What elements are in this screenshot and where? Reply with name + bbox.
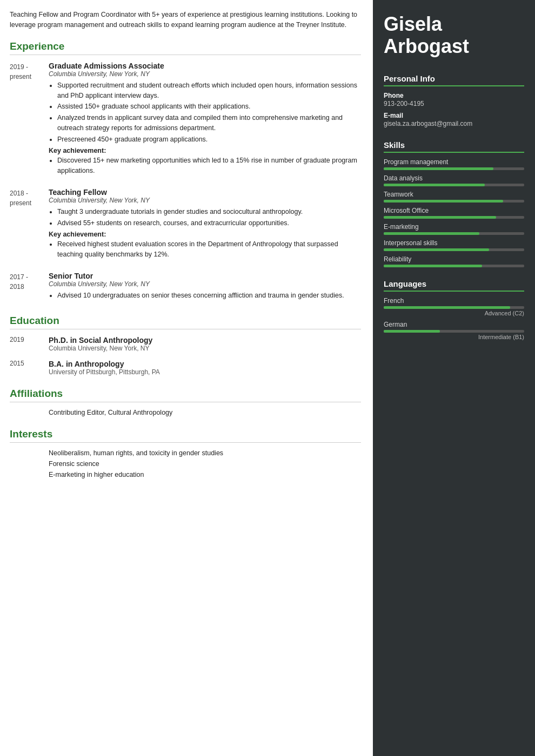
interest-entry-1: Forensic science [10,460,361,468]
key-achievement-label-1: Key achievement: [49,231,361,238]
skill-bar-bg-1 [384,184,524,186]
skills-section: Skills Program managementData analysisTe… [373,134,535,273]
interests-section: Interests Neoliberalism, human rights, a… [10,428,361,478]
skill-bar-bg-3 [384,216,524,219]
summary-text: Teaching Fellow and Program Coordinator … [10,10,361,31]
exp-bullet-0-1: Assisted 150+ graduate school applicants… [57,102,361,112]
education-section: Education 2019Ph.D. in Social Anthropolo… [10,315,361,376]
exp-bullets-2: Advised 10 undergraduates on senior thes… [49,291,361,301]
exp-bullet-0-3: Prescreened 450+ graduate program applic… [57,134,361,145]
skill-name-5: Interpersonal skills [384,239,524,247]
education-title: Education [10,315,361,329]
experience-list: 2019 - presentGraduate Admissions Associ… [10,62,361,303]
interests-list: Neoliberalism, human rights, and toxicit… [10,449,361,478]
exp-content-1: Teaching FellowColumbia University, New … [49,188,361,262]
interest-text-0: Neoliberalism, human rights, and toxicit… [49,449,223,457]
affiliations-list: Contributing Editor, Cultural Anthropolo… [10,409,361,416]
first-name: Gisela [384,13,442,35]
skill-name-3: Microsoft Office [384,207,524,214]
achievement-bullets-1: Received highest student evaluation scor… [49,239,361,260]
interest-spacer-1 [10,460,49,468]
phone-value: 913-200-4195 [384,100,524,107]
exp-date-1: 2018 - present [10,188,49,262]
skill-bar-bg-0 [384,167,524,170]
exp-bullet-1-0: Taught 3 undergraduate tutorials in gend… [57,207,361,217]
skills-list: Program managementData analysisTeamworkM… [384,158,524,267]
interest-spacer-0 [10,449,49,457]
achievement-bullet-1-0: Received highest student evaluation scor… [57,239,361,260]
exp-date-2: 2017 - 2018 [10,272,49,303]
skill-bar-fill-6 [384,265,482,267]
languages-list: FrenchAdvanced (C2)GermanIntermediate (B… [384,297,524,340]
experience-entry-2: 2017 - 2018Senior TutorColumbia Universi… [10,272,361,303]
personal-info-title: Personal Info [384,74,524,86]
skill-bar-bg-2 [384,200,524,202]
exp-org-2: Columbia University, New York, NY [49,280,361,288]
interest-entry-0: Neoliberalism, human rights, and toxicit… [10,449,361,457]
exp-org-1: Columbia University, New York, NY [49,197,361,204]
achievement-bullet-0-0: Discovered 15+ new marketing opportuniti… [57,156,361,176]
exp-title-1: Teaching Fellow [49,188,361,197]
exp-title-2: Senior Tutor [49,272,361,280]
achievement-bullets-0: Discovered 15+ new marketing opportuniti… [49,156,361,176]
email-label: E-mail [384,112,524,119]
key-achievement-label-0: Key achievement: [49,147,361,154]
exp-bullets-1: Taught 3 undergraduate tutorials in gend… [49,207,361,228]
exp-content-0: Graduate Admissions AssociateColumbia Un… [49,62,361,178]
skills-title: Skills [384,140,524,153]
edu-date-1: 2015 [10,360,49,376]
skill-bar-fill-1 [384,184,485,186]
skill-name-6: Reliability [384,255,524,263]
education-entry-0: 2019Ph.D. in Social AnthropologyColumbia… [10,336,361,352]
education-entry-1: 2015B.A. in AnthropologyUniversity of Pi… [10,360,361,376]
skill-bar-bg-5 [384,248,524,251]
skill-bar-fill-0 [384,167,493,170]
personal-info-section: Personal Info Phone 913-200-4195 E-mail … [373,68,535,134]
skill-name-1: Data analysis [384,174,524,182]
lang-level-0: Advanced (C2) [384,310,524,316]
lang-name-0: French [384,297,524,305]
lang-bar-bg-1 [384,330,524,333]
exp-content-2: Senior TutorColumbia University, New Yor… [49,272,361,303]
edu-org-1: University of Pittsburgh, Pittsburgh, PA [49,368,361,376]
interest-spacer-2 [10,471,49,478]
edu-org-0: Columbia University, New York, NY [49,345,361,352]
lang-bar-fill-1 [384,330,440,333]
lang-bar-bg-0 [384,306,524,309]
exp-bullet-1-1: Advised 55+ students on research, course… [57,218,361,228]
languages-title: Languages [384,279,524,292]
email-value: gisela.za.arbogast@gmail.com [384,120,524,127]
lang-name-1: German [384,321,524,328]
last-name: Arbogast [384,35,469,57]
affil-spacer-0 [10,409,49,416]
education-list: 2019Ph.D. in Social AnthropologyColumbia… [10,336,361,376]
skill-bar-bg-4 [384,232,524,235]
affil-text-0: Contributing Editor, Cultural Anthropolo… [49,409,172,416]
exp-title-0: Graduate Admissions Associate [49,62,361,70]
edu-date-0: 2019 [10,336,49,352]
experience-title: Experience [10,40,361,55]
lang-bar-fill-0 [384,306,510,309]
affiliations-section: Affiliations Contributing Editor, Cultur… [10,388,361,416]
edu-content-1: B.A. in AnthropologyUniversity of Pittsb… [49,360,361,376]
left-column: Teaching Fellow and Program Coordinator … [0,0,373,756]
affiliations-title: Affiliations [10,388,361,402]
experience-entry-1: 2018 - presentTeaching FellowColumbia Un… [10,188,361,262]
lang-level-1: Intermediate (B1) [384,334,524,340]
interest-text-2: E-marketing in higher education [49,471,144,478]
skill-bar-fill-4 [384,232,479,235]
skill-bar-fill-2 [384,200,503,202]
languages-section: Languages FrenchAdvanced (C2)GermanInter… [373,273,535,345]
experience-section: Experience 2019 - presentGraduate Admiss… [10,40,361,303]
skill-name-4: E-marketing [384,223,524,231]
exp-bullet-0-2: Analyzed trends in applicant survey data… [57,113,361,133]
candidate-name: Gisela Arbogast [384,13,524,58]
interest-entry-2: E-marketing in higher education [10,471,361,478]
phone-label: Phone [384,92,524,99]
skill-name-2: Teamwork [384,191,524,198]
edu-content-0: Ph.D. in Social AnthropologyColumbia Uni… [49,336,361,352]
exp-bullets-0: Supported recruitment and student outrea… [49,80,361,145]
interest-text-1: Forensic science [49,460,99,468]
skill-name-0: Program management [384,158,524,166]
skill-bar-fill-5 [384,248,489,251]
